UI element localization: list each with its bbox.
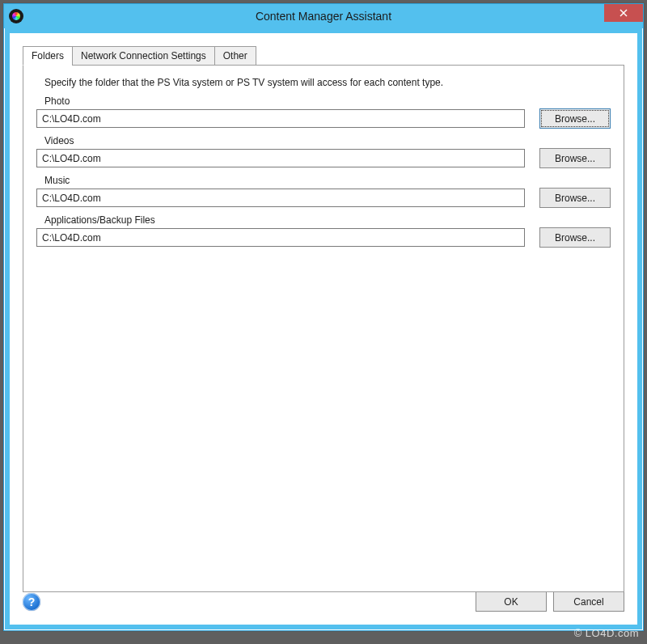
dialog-footer: ? OK Cancel [23,591,624,612]
videos-browse-button[interactable]: Browse... [539,148,611,168]
music-browse-button[interactable]: Browse... [539,188,611,208]
apps-path-input[interactable] [36,228,525,247]
instruction-text: Specify the folder that the PS Vita syst… [44,77,594,89]
window-title: Content Manager Assistant [4,10,643,23]
ok-button[interactable]: OK [476,591,547,612]
group-music: Music Browse... [36,175,611,208]
photo-browse-button[interactable]: Browse... [539,108,611,129]
help-icon[interactable]: ? [23,593,40,611]
music-path-input[interactable] [36,189,525,207]
tabpanel-folders: Specify the folder that the PS Vita syst… [23,65,624,592]
group-apps: Applications/Backup Files Browse... [36,214,611,248]
tabstrip: Folders Network Connection Settings Othe… [23,46,624,66]
window-border: Folders Network Connection Settings Othe… [5,28,642,629]
tab-other[interactable]: Other [214,46,256,66]
label-apps: Applications/Backup Files [44,214,611,226]
videos-path-input[interactable] [36,149,525,167]
photo-path-input[interactable] [36,109,525,128]
tab-folders[interactable]: Folders [23,46,73,66]
close-icon [620,9,628,17]
app-window: Content Manager Assistant Folders Networ… [3,3,644,631]
titlebar[interactable]: Content Manager Assistant [4,4,643,28]
group-videos: Videos Browse... [36,135,611,168]
close-button[interactable] [604,4,643,22]
apps-browse-button[interactable]: Browse... [539,227,611,248]
cancel-button[interactable]: Cancel [553,591,624,612]
label-music: Music [44,175,611,186]
label-photo: Photo [44,95,611,107]
tab-network-settings[interactable]: Network Connection Settings [72,46,215,66]
app-icon [9,9,23,23]
client-area: Folders Network Connection Settings Othe… [15,38,632,620]
label-videos: Videos [44,135,611,146]
group-photo: Photo Browse... [36,95,611,129]
